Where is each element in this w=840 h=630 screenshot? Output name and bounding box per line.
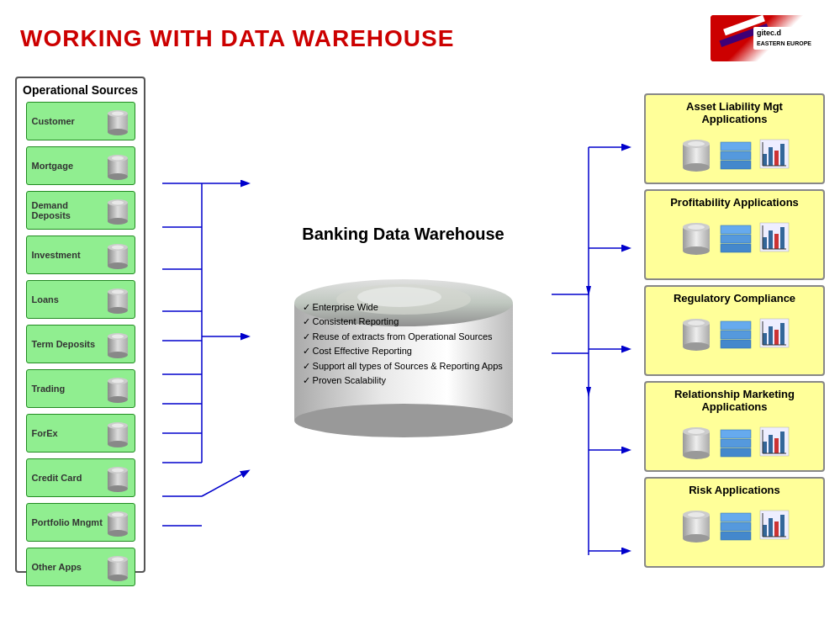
app-data-icon [719, 137, 753, 171]
svg-point-31 [112, 424, 124, 428]
source-label: Portfolio Mngmt [32, 517, 106, 527]
svg-point-23 [112, 335, 124, 339]
svg-point-35 [112, 469, 124, 473]
bullet-item: ✓ Enterprise Wide [303, 300, 503, 315]
source-label: Loans [32, 294, 106, 304]
svg-point-33 [108, 485, 128, 492]
source-item: Credit Card [26, 458, 135, 497]
svg-point-84 [683, 342, 710, 351]
app-box: Asset Liability Mgt Applications [644, 93, 825, 184]
app-box-title: Profitability Applications [670, 196, 799, 209]
app-cylinder-icon [680, 421, 712, 462]
svg-point-37 [108, 530, 128, 537]
svg-rect-72 [721, 225, 751, 234]
svg-point-101 [683, 451, 710, 459]
bullet-item: ✓ Consistent Reporting [303, 315, 503, 330]
svg-rect-130 [774, 521, 779, 537]
app-icons [680, 313, 790, 353]
source-label: Demand Deposits [32, 200, 106, 220]
source-item: Term Deposits [26, 325, 135, 363]
bullet-item: ✓ Cost Effective Reporting [303, 345, 503, 360]
svg-rect-54 [721, 151, 751, 160]
source-item: ForEx [26, 414, 135, 453]
cylinder-icon [106, 373, 129, 404]
app-cylinder-icon [680, 505, 712, 545]
logo-text: gitec.dEASTERN EUROPE [753, 27, 815, 50]
warehouse-cylinder: ✓ Enterprise Wide✓ Consistent Reporting✓… [286, 252, 521, 437]
svg-rect-111 [763, 442, 767, 453]
logo: gitec.dEASTERN EUROPE [711, 15, 820, 61]
cylinder-icon [106, 507, 129, 537]
svg-rect-113 [774, 438, 779, 453]
app-cylinder-icon [680, 134, 712, 174]
page-title: WORKING WITH DATA WAREHOUSE [20, 25, 454, 52]
svg-rect-95 [769, 326, 773, 345]
svg-point-67 [683, 246, 710, 255]
svg-point-103 [688, 429, 705, 434]
cylinder-icon [106, 106, 129, 136]
source-item: Investment [26, 236, 135, 274]
svg-rect-131 [780, 515, 785, 537]
svg-rect-89 [721, 321, 751, 330]
svg-point-3 [112, 112, 124, 116]
app-icons [680, 505, 790, 545]
app-data-icon [719, 508, 753, 542]
app-box-title: Relationship Marketing Applications [652, 388, 816, 413]
right-panel: Asset Liability Mgt Applications [644, 87, 825, 574]
svg-rect-105 [721, 439, 751, 447]
app-cylinder-icon [680, 313, 712, 353]
svg-point-45 [294, 404, 513, 437]
svg-rect-71 [721, 235, 751, 243]
app-box: Risk Applications [644, 477, 825, 568]
app-chart-icon [759, 318, 790, 348]
svg-point-15 [112, 246, 124, 250]
svg-point-17 [108, 307, 128, 314]
svg-rect-112 [769, 435, 773, 453]
app-chart-icon [759, 139, 790, 169]
app-box-title: Asset Liability Mgt Applications [652, 100, 816, 125]
app-chart-icon [759, 510, 790, 540]
left-panel-title: Operational Sources [23, 83, 138, 97]
bullet-item: ✓ Proven Scalability [303, 374, 503, 389]
svg-rect-114 [780, 431, 785, 453]
svg-rect-80 [780, 227, 785, 249]
svg-point-9 [108, 218, 128, 225]
svg-point-11 [112, 201, 124, 205]
source-item: Customer [26, 102, 135, 140]
svg-point-7 [112, 156, 124, 161]
app-box: Profitability Applications [644, 189, 825, 280]
svg-rect-78 [769, 230, 773, 249]
svg-point-25 [108, 396, 128, 403]
svg-rect-123 [721, 513, 751, 521]
svg-rect-106 [721, 430, 751, 438]
svg-point-120 [688, 512, 705, 517]
app-box: Relationship Marketing Applications [644, 381, 825, 472]
cylinder-icon [106, 195, 129, 225]
svg-point-19 [112, 290, 124, 294]
svg-point-43 [112, 558, 124, 562]
svg-rect-77 [763, 237, 767, 249]
cylinder-icon [106, 463, 129, 493]
svg-rect-62 [774, 151, 779, 166]
svg-rect-55 [721, 142, 751, 151]
svg-point-13 [108, 262, 128, 269]
svg-point-118 [683, 534, 710, 543]
source-item: Portfolio Mngmt [26, 503, 135, 542]
svg-rect-53 [721, 161, 751, 169]
source-label: Customer [32, 116, 106, 126]
left-panel: Operational Sources Customer Mortgage [15, 77, 145, 573]
app-icons [680, 217, 790, 257]
app-chart-icon [759, 222, 790, 252]
warehouse-title: Banking Data Warehouse [302, 225, 504, 244]
center-area: Banking Data Warehouse [204, 225, 602, 437]
app-data-icon [719, 316, 753, 350]
svg-rect-61 [769, 147, 773, 166]
svg-point-69 [688, 225, 705, 230]
source-item: Trading [26, 369, 135, 408]
warehouse-bullets: ✓ Enterprise Wide✓ Consistent Reporting✓… [303, 300, 503, 389]
source-item: Demand Deposits [26, 191, 135, 230]
svg-rect-122 [721, 522, 751, 531]
app-box-title: Risk Applications [689, 484, 780, 496]
source-item: Loans [26, 280, 135, 319]
source-label: ForEx [32, 428, 106, 438]
